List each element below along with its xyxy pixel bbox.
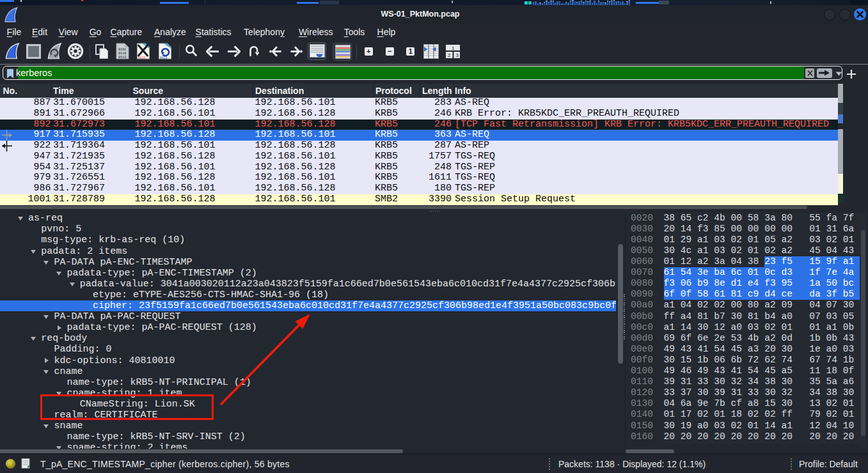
svg-text:2: 2 <box>448 53 451 59</box>
svg-text:3: 3 <box>455 53 459 59</box>
svg-text:0113: 0113 <box>138 56 145 59</box>
svg-text:0113: 0113 <box>118 56 126 59</box>
svg-text:0113: 0113 <box>160 56 167 59</box>
svg-text:1: 1 <box>452 45 455 51</box>
